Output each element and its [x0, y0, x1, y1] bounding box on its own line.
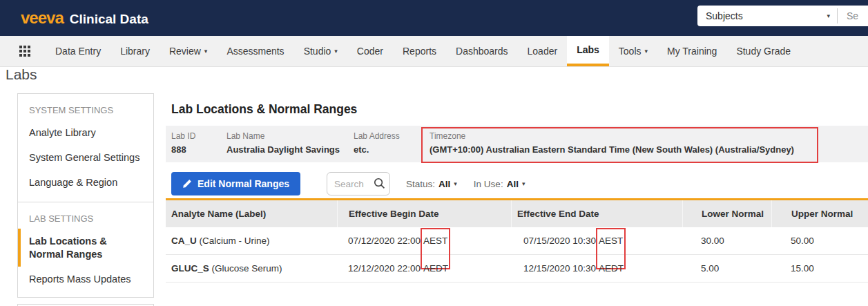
lab-info-bar: Lab ID 888 Lab Name Australia Daylight S…: [166, 126, 868, 162]
nav-item-data-entry[interactable]: Data Entry: [46, 36, 110, 66]
table-row: CA_U (Calcium - Urine) 07/12/2020 22:00 …: [166, 227, 868, 255]
lab-address-value: etc.: [354, 144, 400, 155]
table-row: GLUC_S (Glucose Serum) 12/12/2020 22:00 …: [166, 255, 868, 283]
nav-item-assessments[interactable]: Assessments: [217, 36, 293, 66]
chevron-down-icon: ▾: [204, 48, 208, 55]
lab-name-label: Lab Name: [226, 131, 340, 141]
lab-id-value: 888: [171, 144, 195, 155]
column-header-lower-normal: Lower Normal: [682, 200, 771, 227]
nav-item-reports[interactable]: Reports: [393, 36, 446, 66]
chevron-down-icon: ▾: [522, 180, 525, 187]
edit-normal-ranges-button[interactable]: Edit Normal Ranges: [171, 172, 300, 195]
lab-address-label: Lab Address: [354, 131, 400, 141]
table-filters: Status: All ▾ In Use: All ▾: [406, 179, 525, 189]
sidebar-item-language-region[interactable]: Language & Region: [18, 170, 153, 195]
column-header-effective-end-date: Effective End Date: [511, 200, 682, 227]
begin-date-cell: 07/12/2020 22:00 AEST: [337, 236, 511, 246]
pencil-icon: [182, 179, 192, 189]
upper-normal-cell: 50.00: [771, 236, 868, 246]
settings-sidebar: SYSTEM SETTINGS Analyte Library System G…: [17, 93, 154, 298]
status-filter[interactable]: Status: All ▾: [406, 179, 457, 189]
end-date-cell: 07/15/2020 10:30 AEST: [511, 236, 682, 246]
nav-item-dashboards[interactable]: Dashboards: [446, 36, 518, 66]
begin-timezone: AEST: [423, 236, 447, 246]
global-search-bar: Subjects ▾ Se: [697, 6, 868, 26]
lower-normal-cell: 5.00: [682, 263, 771, 274]
sidebar-section-lab-settings: LAB SETTINGS: [18, 202, 153, 229]
nav-item-tools[interactable]: Tools▾: [609, 36, 657, 66]
table-search: [327, 172, 390, 195]
app-header: veeva Clinical Data Subjects ▾ Se: [0, 0, 868, 36]
content-heading: Lab Locations & Normal Ranges: [166, 93, 868, 126]
chevron-down-icon: ▾: [827, 12, 830, 19]
main-nav: Data Entry Library Review▾ Assessments S…: [0, 36, 868, 67]
lower-normal-cell: 30.00: [682, 236, 771, 246]
timezone-field: Timezone (GMT+10:00) Australian Eastern …: [430, 131, 794, 155]
analyte-name-cell: CA_U (Calcium - Urine): [166, 236, 337, 246]
column-header-analyte-name: Analyte Name (Label): [166, 200, 337, 227]
chevron-down-icon: ▾: [334, 48, 338, 55]
search-icon[interactable]: [373, 177, 386, 190]
nav-item-my-training[interactable]: My Training: [657, 36, 726, 66]
search-scope-dropdown[interactable]: Subjects ▾: [697, 10, 837, 21]
app-launcher-icon[interactable]: [19, 46, 30, 57]
lab-address-field: Lab Address etc.: [354, 131, 400, 155]
table-toolbar: Edit Normal Ranges Status: All ▾ In Use:…: [166, 172, 868, 195]
begin-date-cell: 12/12/2020 22:00 AEDT: [337, 263, 511, 274]
end-date-cell: 12/15/2020 10:30 AEDT: [511, 263, 682, 274]
timezone-value: (GMT+10:00) Australian Eastern Standard …: [430, 144, 794, 155]
sidebar-section-system-settings: SYSTEM SETTINGS: [18, 94, 153, 120]
chevron-down-icon: ▾: [454, 180, 457, 187]
lab-id-field: Lab ID 888: [171, 131, 195, 155]
brand: veeva Clinical Data: [21, 8, 148, 28]
sidebar-item-reports-mass-updates[interactable]: Reports Mass Updates: [18, 267, 153, 291]
lab-name-value: Australia Daylight Savings: [226, 144, 340, 155]
nav-item-coder[interactable]: Coder: [347, 36, 393, 66]
search-scope-value: Subjects: [706, 10, 743, 21]
table-header-row: Analyte Name (Label) Effective Begin Dat…: [166, 200, 868, 227]
sidebar-item-analyte-library[interactable]: Analyte Library: [18, 120, 153, 145]
begin-timezone: AEDT: [423, 263, 448, 274]
nav-item-studio[interactable]: Studio▾: [294, 36, 347, 66]
global-search-input[interactable]: Se: [838, 10, 868, 21]
nav-item-review[interactable]: Review▾: [160, 36, 217, 66]
veeva-clinical-data-app: veeva Clinical Data Subjects ▾ Se Data E…: [0, 0, 868, 306]
nav-item-study-grade[interactable]: Study Grade: [726, 36, 800, 66]
main-content: Lab Locations & Normal Ranges Lab ID 888…: [166, 93, 868, 283]
page-title: Labs: [6, 66, 37, 83]
end-timezone: AEDT: [599, 263, 624, 274]
nav-item-library[interactable]: Library: [110, 36, 160, 66]
nav-item-labs[interactable]: Labs: [567, 36, 609, 66]
sidebar-item-system-general-settings[interactable]: System General Settings: [18, 145, 153, 170]
nav-items: Data Entry Library Review▾ Assessments S…: [46, 36, 800, 66]
analyte-name-cell: GLUC_S (Glucose Serum): [166, 263, 337, 274]
timezone-label: Timezone: [430, 131, 794, 141]
in-use-filter[interactable]: In Use: All ▾: [474, 179, 525, 189]
column-header-upper-normal: Upper Normal: [771, 200, 868, 227]
product-name: Clinical Data: [70, 12, 148, 27]
upper-normal-cell: 15.00: [771, 263, 868, 274]
end-timezone: AEST: [599, 236, 623, 246]
veeva-logo: veeva: [21, 8, 64, 28]
lab-name-field: Lab Name Australia Daylight Savings: [226, 131, 340, 155]
chevron-down-icon: ▾: [645, 48, 648, 55]
sidebar-item-lab-locations-normal-ranges[interactable]: Lab Locations & Normal Ranges: [18, 229, 153, 266]
column-header-effective-begin-date: Effective Begin Date: [337, 200, 511, 227]
normal-ranges-table: Analyte Name (Label) Effective Begin Dat…: [166, 198, 868, 283]
lab-id-label: Lab ID: [171, 131, 195, 141]
nav-item-loader[interactable]: Loader: [518, 36, 568, 66]
